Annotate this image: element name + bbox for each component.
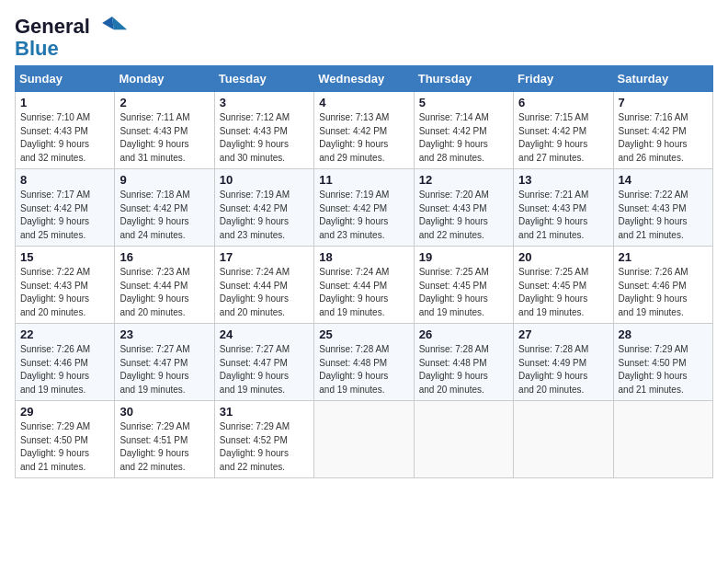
calendar-cell: 1Sunrise: 7:10 AM Sunset: 4:43 PM Daylig… [16, 92, 115, 169]
calendar-cell: 30Sunrise: 7:29 AM Sunset: 4:51 PM Dayli… [115, 401, 214, 478]
day-number: 19 [419, 250, 508, 264]
day-info: Sunrise: 7:27 AM Sunset: 4:47 PM Dayligh… [119, 343, 209, 396]
calendar-cell: 3Sunrise: 7:12 AM Sunset: 4:43 PM Daylig… [214, 92, 313, 169]
day-number: 16 [119, 250, 209, 264]
day-info: Sunrise: 7:15 AM Sunset: 4:42 PM Dayligh… [518, 111, 608, 165]
day-info: Sunrise: 7:22 AM Sunset: 4:43 PM Dayligh… [619, 189, 708, 242]
day-info: Sunrise: 7:29 AM Sunset: 4:51 PM Dayligh… [119, 420, 209, 474]
calendar-cell: 6Sunrise: 7:15 AM Sunset: 4:42 PM Daylig… [514, 92, 613, 169]
day-info: Sunrise: 7:11 AM Sunset: 4:43 PM Dayligh… [119, 111, 209, 165]
calendar-cell: 14Sunrise: 7:22 AM Sunset: 4:43 PM Dayli… [613, 169, 712, 247]
calendar-cell: 5Sunrise: 7:14 AM Sunset: 4:42 PM Daylig… [414, 92, 513, 169]
week-row-3: 15Sunrise: 7:22 AM Sunset: 4:43 PM Dayli… [16, 247, 713, 324]
calendar-cell: 17Sunrise: 7:24 AM Sunset: 4:44 PM Dayli… [214, 247, 313, 324]
day-info: Sunrise: 7:28 AM Sunset: 4:48 PM Dayligh… [419, 343, 508, 396]
day-info: Sunrise: 7:28 AM Sunset: 4:48 PM Dayligh… [319, 343, 408, 396]
logo-icon [96, 15, 129, 33]
day-number: 17 [220, 250, 309, 264]
week-row-1: 1Sunrise: 7:10 AM Sunset: 4:43 PM Daylig… [16, 92, 713, 169]
header-tuesday: Tuesday [214, 66, 313, 92]
day-number: 14 [619, 173, 708, 187]
day-info: Sunrise: 7:18 AM Sunset: 4:42 PM Dayligh… [119, 189, 209, 242]
page-header: General Blue [15, 15, 713, 60]
day-info: Sunrise: 7:23 AM Sunset: 4:44 PM Dayligh… [119, 266, 209, 319]
day-info: Sunrise: 7:16 AM Sunset: 4:42 PM Dayligh… [619, 111, 708, 165]
calendar-cell: 4Sunrise: 7:13 AM Sunset: 4:42 PM Daylig… [314, 92, 414, 169]
calendar-cell: 8Sunrise: 7:17 AM Sunset: 4:42 PM Daylig… [16, 169, 115, 247]
day-number: 29 [20, 405, 109, 419]
calendar-cell: 29Sunrise: 7:29 AM Sunset: 4:50 PM Dayli… [16, 401, 115, 478]
calendar-header-row: SundayMondayTuesdayWednesdayThursdayFrid… [16, 66, 713, 92]
logo-text: General [15, 15, 129, 38]
day-number: 2 [119, 96, 209, 109]
day-info: Sunrise: 7:17 AM Sunset: 4:42 PM Dayligh… [20, 189, 109, 242]
day-number: 28 [619, 327, 708, 341]
day-number: 31 [220, 405, 309, 419]
day-info: Sunrise: 7:14 AM Sunset: 4:42 PM Dayligh… [419, 111, 508, 165]
day-info: Sunrise: 7:19 AM Sunset: 4:42 PM Dayligh… [319, 189, 408, 242]
day-info: Sunrise: 7:26 AM Sunset: 4:46 PM Dayligh… [619, 266, 708, 319]
day-number: 4 [319, 96, 408, 109]
week-row-4: 22Sunrise: 7:26 AM Sunset: 4:46 PM Dayli… [16, 324, 713, 401]
day-number: 27 [518, 327, 608, 341]
day-number: 6 [518, 96, 608, 109]
day-number: 12 [419, 173, 508, 187]
day-info: Sunrise: 7:24 AM Sunset: 4:44 PM Dayligh… [319, 266, 408, 319]
day-number: 18 [319, 250, 408, 264]
calendar-cell: 24Sunrise: 7:27 AM Sunset: 4:47 PM Dayli… [214, 324, 313, 401]
day-info: Sunrise: 7:21 AM Sunset: 4:43 PM Dayligh… [518, 189, 608, 242]
header-wednesday: Wednesday [314, 66, 414, 92]
header-thursday: Thursday [414, 66, 513, 92]
day-info: Sunrise: 7:29 AM Sunset: 4:50 PM Dayligh… [20, 420, 109, 474]
day-info: Sunrise: 7:13 AM Sunset: 4:42 PM Dayligh… [319, 111, 408, 165]
day-number: 25 [319, 327, 408, 341]
day-number: 1 [20, 96, 109, 109]
logo-blue: Blue [15, 38, 59, 60]
calendar-cell: 28Sunrise: 7:29 AM Sunset: 4:50 PM Dayli… [613, 324, 712, 401]
day-number: 22 [20, 327, 109, 341]
day-number: 7 [619, 96, 708, 109]
calendar-cell [414, 401, 513, 478]
day-info: Sunrise: 7:20 AM Sunset: 4:43 PM Dayligh… [419, 189, 508, 242]
day-number: 3 [220, 96, 309, 109]
calendar-cell [314, 401, 414, 478]
day-info: Sunrise: 7:26 AM Sunset: 4:46 PM Dayligh… [20, 343, 109, 396]
day-info: Sunrise: 7:24 AM Sunset: 4:44 PM Dayligh… [220, 266, 309, 319]
calendar-cell [514, 401, 613, 478]
calendar-cell: 12Sunrise: 7:20 AM Sunset: 4:43 PM Dayli… [414, 169, 513, 247]
calendar-cell: 19Sunrise: 7:25 AM Sunset: 4:45 PM Dayli… [414, 247, 513, 324]
day-number: 8 [20, 173, 109, 187]
day-number: 11 [319, 173, 408, 187]
calendar-cell: 27Sunrise: 7:28 AM Sunset: 4:49 PM Dayli… [514, 324, 613, 401]
day-number: 15 [20, 250, 109, 264]
calendar-cell: 23Sunrise: 7:27 AM Sunset: 4:47 PM Dayli… [115, 324, 214, 401]
logo: General Blue [15, 15, 129, 60]
day-number: 26 [419, 327, 508, 341]
day-number: 23 [119, 327, 209, 341]
day-info: Sunrise: 7:22 AM Sunset: 4:43 PM Dayligh… [20, 266, 109, 319]
logo-general: General [15, 15, 90, 38]
calendar-cell [613, 401, 712, 478]
calendar-cell: 20Sunrise: 7:25 AM Sunset: 4:45 PM Dayli… [514, 247, 613, 324]
svg-marker-0 [112, 17, 127, 29]
day-number: 5 [419, 96, 508, 109]
calendar-cell: 25Sunrise: 7:28 AM Sunset: 4:48 PM Dayli… [314, 324, 414, 401]
day-number: 13 [518, 173, 608, 187]
calendar-cell: 18Sunrise: 7:24 AM Sunset: 4:44 PM Dayli… [314, 247, 414, 324]
svg-marker-1 [102, 17, 114, 29]
day-info: Sunrise: 7:28 AM Sunset: 4:49 PM Dayligh… [518, 343, 608, 396]
day-info: Sunrise: 7:19 AM Sunset: 4:42 PM Dayligh… [220, 189, 309, 242]
calendar-cell: 11Sunrise: 7:19 AM Sunset: 4:42 PM Dayli… [314, 169, 414, 247]
day-number: 20 [518, 250, 608, 264]
calendar-cell: 21Sunrise: 7:26 AM Sunset: 4:46 PM Dayli… [613, 247, 712, 324]
header-saturday: Saturday [613, 66, 712, 92]
day-number: 10 [220, 173, 309, 187]
day-info: Sunrise: 7:27 AM Sunset: 4:47 PM Dayligh… [220, 343, 309, 396]
calendar-cell: 7Sunrise: 7:16 AM Sunset: 4:42 PM Daylig… [613, 92, 712, 169]
day-number: 21 [619, 250, 708, 264]
calendar-cell: 15Sunrise: 7:22 AM Sunset: 4:43 PM Dayli… [16, 247, 115, 324]
calendar-cell: 26Sunrise: 7:28 AM Sunset: 4:48 PM Dayli… [414, 324, 513, 401]
day-info: Sunrise: 7:29 AM Sunset: 4:52 PM Dayligh… [220, 420, 309, 474]
calendar-cell: 31Sunrise: 7:29 AM Sunset: 4:52 PM Dayli… [214, 401, 313, 478]
calendar-body: 1Sunrise: 7:10 AM Sunset: 4:43 PM Daylig… [16, 92, 713, 478]
